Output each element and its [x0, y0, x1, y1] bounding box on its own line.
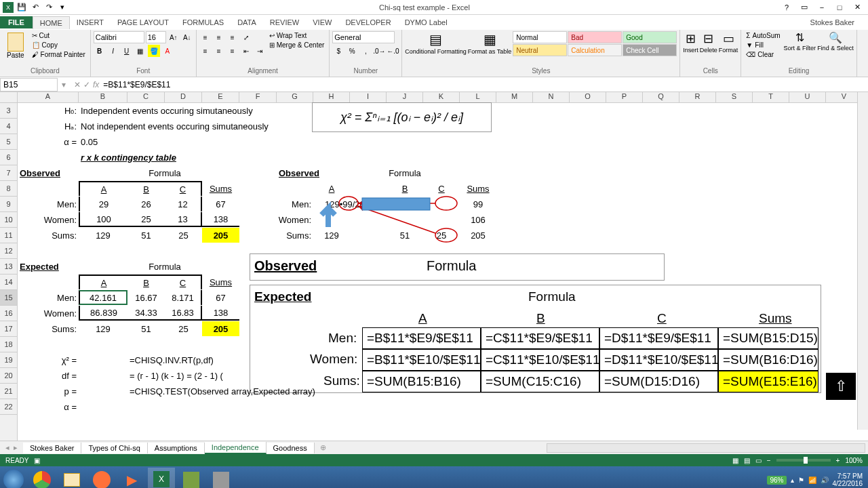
start-button[interactable]: [0, 466, 27, 488]
select-all-corner[interactable]: [0, 92, 18, 102]
zoom-in-icon[interactable]: +: [836, 457, 840, 464]
cell-A11[interactable]: Sums:: [18, 228, 79, 243]
row-header-15[interactable]: 15: [0, 290, 17, 306]
cell-E10[interactable]: 138: [202, 212, 239, 227]
tab-review[interactable]: REVIEW: [263, 16, 306, 28]
style-bad[interactable]: Bad: [568, 31, 622, 43]
bold-button[interactable]: B: [94, 45, 106, 57]
cell-B4[interactable]: Not independent events occuring simutane…: [79, 119, 302, 134]
cell-E16[interactable]: 138: [202, 306, 239, 321]
col-header-U[interactable]: U: [789, 92, 826, 102]
cell-A13[interactable]: Expected: [18, 259, 79, 274]
align-center-icon[interactable]: ≡: [213, 45, 225, 57]
col-header-F[interactable]: F: [239, 92, 277, 102]
style-neutral[interactable]: Neutral: [513, 44, 567, 56]
cell-C11[interactable]: 51: [127, 228, 165, 243]
cell-A3[interactable]: H₀:: [18, 103, 79, 118]
cell-L8[interactable]: Sums: [460, 181, 496, 196]
style-good[interactable]: Good: [623, 31, 677, 43]
tab-formulas[interactable]: FORMULAS: [176, 16, 231, 28]
cell-H8[interactable]: A: [313, 181, 350, 196]
row-header-8[interactable]: 8: [0, 181, 17, 197]
clear-button[interactable]: ⌫Clear: [744, 50, 782, 59]
fill-button[interactable]: ▼Fill: [744, 41, 782, 49]
cell-K11[interactable]: 25: [423, 228, 460, 243]
view-normal-icon[interactable]: ▦: [732, 457, 738, 464]
cell-G7[interactable]: Observed: [277, 165, 313, 180]
col-header-N[interactable]: N: [533, 92, 570, 102]
tab-data[interactable]: DATA: [231, 16, 263, 28]
col-header-G[interactable]: G: [277, 92, 313, 102]
tray-flag-icon[interactable]: ⚑: [798, 476, 804, 484]
tab-developer[interactable]: DEVELOPER: [338, 16, 397, 28]
cell-C7[interactable]: Formula: [127, 165, 202, 180]
row-header-7[interactable]: 7: [0, 165, 17, 181]
cell-A9[interactable]: Men:: [18, 197, 79, 211]
maximize-icon[interactable]: □: [831, 1, 848, 14]
cell-A4[interactable]: Hₐ:: [18, 119, 79, 134]
copy-button[interactable]: 📋Copy: [30, 41, 87, 49]
col-header-P[interactable]: P: [606, 92, 643, 102]
taskbar-excel[interactable]: X: [148, 468, 175, 488]
style-check[interactable]: Check Cell: [623, 44, 677, 56]
tray-clock[interactable]: 7:57 PM 4/22/2016: [833, 472, 863, 487]
tab-home[interactable]: HOME: [33, 16, 70, 29]
cell-E9[interactable]: 67: [202, 197, 239, 211]
redo-icon[interactable]: ↷: [43, 2, 54, 13]
fmt-table-icon[interactable]: ▦: [484, 31, 496, 47]
cell-D14[interactable]: C: [165, 274, 202, 289]
cell-B10[interactable]: 100: [79, 212, 127, 227]
taskbar-firefox[interactable]: [88, 468, 115, 488]
cell-B3[interactable]: Independent events occuring simutaneousl…: [79, 103, 302, 118]
cell-D8[interactable]: C: [165, 181, 202, 196]
cell-D11[interactable]: 25: [165, 228, 202, 243]
tray-network-icon[interactable]: 📶: [808, 476, 816, 484]
row-header-18[interactable]: 18: [0, 337, 17, 352]
cell-E15[interactable]: 67: [202, 290, 239, 305]
cell-J7[interactable]: Formula: [387, 165, 423, 180]
tray-up-icon[interactable]: ▴: [791, 476, 794, 484]
cell-G9[interactable]: Men:: [277, 197, 313, 211]
col-header-T[interactable]: T: [753, 92, 789, 102]
align-bottom-icon[interactable]: ≡: [226, 31, 239, 43]
row-header-22[interactable]: 22: [0, 399, 17, 415]
merge-button[interactable]: ⊞Merge & Center: [267, 41, 327, 49]
cell-C15[interactable]: 16.67: [127, 290, 165, 305]
col-header-C[interactable]: C: [127, 92, 165, 102]
format-painter-button[interactable]: 🖌Format Painter: [30, 50, 87, 59]
cell-B14[interactable]: A: [79, 274, 127, 289]
sheet-nav[interactable]: ◂▸: [0, 443, 23, 452]
cond-fmt-icon[interactable]: ▤: [429, 31, 442, 47]
row-header-21[interactable]: 21: [0, 384, 17, 399]
cond-fmt-label[interactable]: Conditional Formatting: [405, 48, 467, 55]
sheet-tab-2[interactable]: Assumptions: [148, 443, 205, 453]
tab-view[interactable]: VIEW: [306, 16, 338, 28]
taskbar-explorer[interactable]: [58, 468, 85, 488]
taskbar-app2[interactable]: [208, 468, 235, 488]
row-header-11[interactable]: 11: [0, 228, 17, 243]
cell-C9[interactable]: 26: [127, 197, 165, 211]
cell-D16[interactable]: 16.83: [165, 306, 202, 321]
view-layout-icon[interactable]: ▤: [744, 457, 750, 464]
row-header-9[interactable]: 9: [0, 197, 17, 212]
col-header-I[interactable]: I: [350, 92, 387, 102]
orientation-icon[interactable]: ⤢: [240, 31, 252, 43]
cell-H11[interactable]: 129: [313, 228, 350, 243]
indent-dec-icon[interactable]: ⇤: [240, 45, 252, 57]
macro-record-icon[interactable]: ▣: [34, 457, 40, 464]
row-header-14[interactable]: 14: [0, 274, 17, 290]
cell-A17[interactable]: Sums:: [18, 321, 79, 336]
font-size-select[interactable]: [146, 31, 166, 43]
italic-button[interactable]: I: [107, 45, 119, 57]
cell-A21[interactable]: p =: [18, 384, 79, 399]
cell-E11[interactable]: 205: [202, 228, 239, 243]
zoom-level[interactable]: 100%: [845, 457, 863, 464]
cell-G10[interactable]: Women:: [277, 212, 313, 227]
file-tab[interactable]: FILE: [0, 16, 33, 28]
minimize-icon[interactable]: −: [814, 1, 830, 14]
align-right-icon[interactable]: ≡: [226, 45, 239, 57]
cell-B16[interactable]: 86.839: [79, 306, 127, 321]
cell-G11[interactable]: Sums:: [277, 228, 313, 243]
row-header-6[interactable]: 6: [0, 150, 17, 165]
cell-C17[interactable]: 51: [127, 321, 165, 336]
